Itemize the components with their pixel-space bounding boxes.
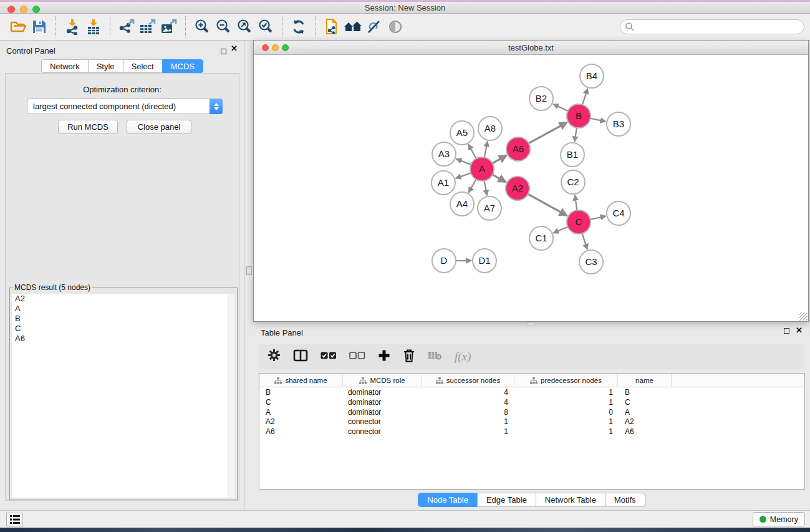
show-details-eye-button[interactable] <box>385 16 406 37</box>
close-panel-button[interactable]: Close panel <box>127 120 191 134</box>
graph-edge-B-B2[interactable] <box>553 104 568 111</box>
app-title: Session: New Session <box>365 3 445 12</box>
minimize-view-button[interactable] <box>272 44 279 51</box>
table-cell: A <box>618 408 672 418</box>
zoom-window-button[interactable] <box>32 6 40 13</box>
graph-edge-A-A7[interactable] <box>485 181 488 196</box>
zoom-in-button[interactable] <box>191 16 213 37</box>
mcds-result-item[interactable]: A2 <box>12 294 235 304</box>
save-session-button[interactable] <box>29 16 50 37</box>
graph-edge-A6-B[interactable] <box>529 122 567 143</box>
export-network-button[interactable] <box>116 16 137 37</box>
open-session-button[interactable] <box>7 16 29 37</box>
graph-edge-B-B4[interactable] <box>582 89 588 105</box>
graph-edge-A-A8[interactable] <box>485 142 488 158</box>
table-row[interactable]: Bdominator41B <box>259 388 804 398</box>
zoom-view-button[interactable] <box>282 44 289 51</box>
network-canvas[interactable]: B4B2BB3A5A8A6A3B1AA1C2A2A4A7C4CC1DD1C3 <box>254 55 808 321</box>
search-icon <box>625 22 635 32</box>
home-button[interactable] <box>342 16 364 37</box>
close-view-button[interactable] <box>262 44 269 51</box>
delete-table-button[interactable] <box>428 351 442 362</box>
close-panel-icon[interactable]: ✕ <box>231 46 238 52</box>
vertical-split-grip[interactable] <box>246 266 252 275</box>
window-resize-handle[interactable] <box>799 312 808 321</box>
graph-edge-A-A2[interactable] <box>493 175 506 182</box>
graph-edge-A-A4[interactable] <box>468 179 476 192</box>
column-header-name[interactable]: name <box>618 374 672 387</box>
tab-edge-table[interactable]: Edge Table <box>477 493 536 507</box>
column-header-predecessor-nodes[interactable]: predecessor nodes <box>514 374 618 387</box>
task-history-button[interactable] <box>6 513 23 526</box>
graph-node-label: A <box>479 163 485 174</box>
mcds-result-item[interactable]: A6 <box>12 334 235 344</box>
add-column-button[interactable] <box>378 349 390 364</box>
refresh-button[interactable] <box>288 16 309 37</box>
zoom-selected-button[interactable] <box>255 16 276 37</box>
run-mcds-button[interactable]: Run MCDS <box>58 120 118 134</box>
table-row[interactable]: A6connector11A6 <box>259 427 804 437</box>
graph-edge-C-C3[interactable] <box>582 233 587 249</box>
table-body: Bdominator41BCdominator41CAdominator80AA… <box>259 388 804 437</box>
network-window-titlebar[interactable]: testGlobe.txt <box>254 41 808 55</box>
float-panel-icon[interactable] <box>221 46 226 57</box>
mcds-result-item[interactable]: A <box>12 304 235 314</box>
export-table-button[interactable] <box>137 16 158 37</box>
graph-edge-C-C1[interactable] <box>553 227 567 233</box>
network-document-button[interactable] <box>321 16 342 37</box>
graph-node-label: B <box>576 110 582 121</box>
graph-edge-A2-C[interactable] <box>528 194 567 216</box>
table-row[interactable]: Cdominator41C <box>259 398 804 408</box>
graph-edge-A-A6[interactable] <box>493 155 507 163</box>
minimize-window-button[interactable] <box>20 6 27 13</box>
zoom-fit-button[interactable] <box>234 16 255 37</box>
memory-button[interactable]: Memory <box>753 512 805 526</box>
table-cell: A6 <box>618 427 672 437</box>
hide-annotations-button[interactable] <box>364 16 385 37</box>
mcds-result-item[interactable]: B <box>12 314 235 324</box>
export-image-button[interactable] <box>158 16 180 37</box>
network-document-icon <box>324 18 340 36</box>
import-table-button[interactable] <box>83 16 104 37</box>
export-network-icon <box>118 19 135 35</box>
table-settings-button[interactable] <box>268 349 281 364</box>
close-window-button[interactable] <box>7 6 15 13</box>
graph-edge-B-B3[interactable] <box>591 118 606 122</box>
tab-network[interactable]: Network <box>41 59 89 73</box>
table-row[interactable]: Adominator80A <box>259 408 804 418</box>
tab-network-table[interactable]: Network Table <box>536 493 605 507</box>
graph-node-label: B3 <box>613 118 624 129</box>
table-cell: 1 <box>514 417 618 427</box>
column-view-button[interactable] <box>293 349 308 364</box>
graph-edge-C-C4[interactable] <box>591 216 606 219</box>
search-field[interactable] <box>620 19 804 34</box>
search-input[interactable] <box>635 21 804 33</box>
float-table-panel-icon[interactable] <box>784 328 789 334</box>
tab-style[interactable]: Style <box>88 59 123 73</box>
import-network-button[interactable] <box>62 16 83 37</box>
function-builder-button[interactable]: f(x) <box>455 350 471 364</box>
column-header-successor-nodes[interactable]: successor nodes <box>422 374 514 387</box>
column-header-shared-name[interactable]: shared name <box>259 374 343 387</box>
tab-select[interactable]: Select <box>123 59 163 73</box>
table-row[interactable]: A2connector11A2 <box>259 417 804 427</box>
mcds-result-item[interactable]: C <box>12 324 235 334</box>
select-all-columns-button[interactable] <box>321 351 337 362</box>
close-table-panel-icon[interactable]: ✕ <box>796 327 803 334</box>
deselect-all-columns-button[interactable] <box>349 351 365 362</box>
graph-edge-A-A5[interactable] <box>468 144 476 158</box>
delete-column-button[interactable] <box>403 349 415 365</box>
column-header-MCDS-role[interactable]: MCDS role <box>343 374 422 387</box>
graph-edge-C-C2[interactable] <box>575 195 577 210</box>
criterion-dropdown[interactable]: largest connected component (directed) <box>27 99 223 114</box>
tab-motifs[interactable]: Motifs <box>605 493 645 507</box>
tab-node-table[interactable]: Node Table <box>418 493 478 507</box>
graph-edge-B-B1[interactable] <box>574 128 577 142</box>
mcds-list-scrollbar[interactable] <box>228 294 235 498</box>
graph-node-label: A2 <box>512 183 523 193</box>
graph-edge-A-A1[interactable] <box>456 173 471 178</box>
graph-edge-A-A3[interactable] <box>456 159 471 165</box>
graph-node-label: B4 <box>586 70 597 81</box>
zoom-out-button[interactable] <box>213 16 234 37</box>
tab-mcds[interactable]: MCDS <box>162 59 203 73</box>
